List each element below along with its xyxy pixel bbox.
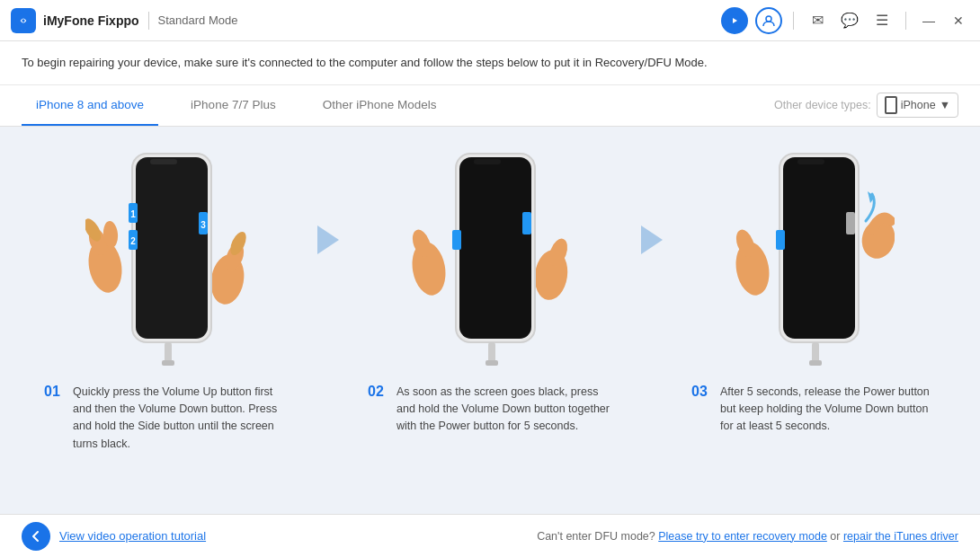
tab-iphone8[interactable]: iPhone 8 and above xyxy=(22,84,158,126)
instruction-text: To begin repairing your device, make sur… xyxy=(22,56,708,69)
arrow-right-icon-2 xyxy=(641,225,663,254)
title-separator xyxy=(148,12,149,30)
divider-1 xyxy=(793,12,794,30)
divider-2 xyxy=(905,12,906,30)
or-text: or xyxy=(830,530,843,543)
step-3-block: 03 After 5 seconds, release the Power bu… xyxy=(674,136,953,443)
svg-text:3: 3 xyxy=(200,220,206,230)
device-selected: iPhone xyxy=(901,99,936,111)
svg-rect-43 xyxy=(846,212,855,234)
svg-rect-28 xyxy=(474,159,501,164)
tab-iphone7[interactable]: iPhone 7/7 Plus xyxy=(176,84,290,126)
music-icon[interactable] xyxy=(721,7,748,34)
svg-rect-32 xyxy=(522,212,531,234)
svg-rect-12 xyxy=(136,157,208,339)
minimize-button[interactable]: — xyxy=(917,10,940,31)
phone-icon xyxy=(885,96,897,114)
step-1-text: Quickly press the Volume Up button first… xyxy=(73,384,289,454)
step-3-desc: 03 After 5 seconds, release the Power bu… xyxy=(688,376,940,443)
title-bar: iMyFone Fixppo Standard Mode ✉ 💬 ☰ — ✕ xyxy=(0,0,980,41)
app-logo xyxy=(11,8,36,33)
app-name: iMyFone Fixppo xyxy=(43,13,139,28)
svg-rect-42 xyxy=(776,230,785,250)
step-1-block: 1 2 3 01 Quickly press the Volume Up but… xyxy=(27,136,306,461)
instruction-bar: To begin repairing your device, make sur… xyxy=(0,41,980,85)
svg-rect-39 xyxy=(797,159,824,164)
titlebar-icons: ✉ 💬 ☰ — ✕ xyxy=(721,7,969,34)
other-devices-label: Other device types: xyxy=(774,99,871,111)
step-2-desc: 02 As soon as the screen goes black, pre… xyxy=(364,376,616,443)
step-3-illustration xyxy=(733,136,895,369)
step-2-block: 02 As soon as the screen goes black, pre… xyxy=(351,136,629,443)
menu-icon[interactable]: ☰ xyxy=(869,8,895,33)
step-1-num: 01 xyxy=(44,384,66,400)
footer-right: Can't enter DFU mode? Please try to ente… xyxy=(537,530,958,543)
steps-container: 1 2 3 01 Quickly press the Volume Up but… xyxy=(27,136,953,515)
footer-left: View video operation tutorial xyxy=(22,522,206,551)
step-1-illustration: 1 2 3 xyxy=(85,136,247,369)
steps-content: 1 2 3 01 Quickly press the Volume Up but… xyxy=(0,127,980,515)
video-tutorial-link[interactable]: View video operation tutorial xyxy=(59,529,206,543)
mail-icon[interactable]: ✉ xyxy=(805,8,830,33)
svg-rect-31 xyxy=(452,230,461,250)
step-2-num: 02 xyxy=(368,384,389,400)
svg-rect-13 xyxy=(150,159,177,164)
svg-rect-38 xyxy=(783,157,855,339)
device-dropdown[interactable]: iPhone ▼ xyxy=(877,93,958,118)
svg-text:1: 1 xyxy=(130,209,136,219)
step-3-text: After 5 seconds, release the Power butto… xyxy=(720,384,936,436)
svg-rect-41 xyxy=(809,360,822,366)
tabs-bar: iPhone 8 and above iPhone 7/7 Plus Other… xyxy=(0,85,980,127)
user-icon[interactable] xyxy=(755,7,782,34)
arrow-2 xyxy=(629,136,674,254)
footer: View video operation tutorial Can't ente… xyxy=(0,514,980,557)
arrow-right-icon xyxy=(317,225,339,254)
back-button[interactable] xyxy=(22,522,50,551)
step-2-text: As soon as the screen goes black, press … xyxy=(396,384,612,436)
step-3-num: 03 xyxy=(691,384,713,400)
dfu-text: Can't enter DFU mode? xyxy=(537,530,655,543)
arrow-1 xyxy=(306,136,351,254)
close-button[interactable]: ✕ xyxy=(948,10,969,31)
tab-other-iphone[interactable]: Other iPhone Models xyxy=(308,84,451,126)
svg-rect-27 xyxy=(459,157,531,339)
itunes-driver-link[interactable]: repair the iTunes driver xyxy=(843,530,958,543)
mode-label: Standard Mode xyxy=(158,13,238,27)
other-devices-selector: Other device types: iPhone ▼ xyxy=(774,93,958,118)
step-2-illustration xyxy=(409,136,571,369)
chat-icon[interactable]: 💬 xyxy=(837,8,862,33)
chevron-down-icon: ▼ xyxy=(940,99,950,111)
recovery-mode-link[interactable]: Please try to enter recovery mode xyxy=(658,530,827,543)
svg-rect-15 xyxy=(162,360,174,366)
svg-text:2: 2 xyxy=(130,236,136,246)
main-content: To begin repairing your device, make sur… xyxy=(0,41,980,557)
svg-point-1 xyxy=(22,19,24,22)
svg-point-3 xyxy=(766,16,771,22)
svg-rect-30 xyxy=(486,360,498,366)
step-1-desc: 01 Quickly press the Volume Up button fi… xyxy=(40,376,292,461)
